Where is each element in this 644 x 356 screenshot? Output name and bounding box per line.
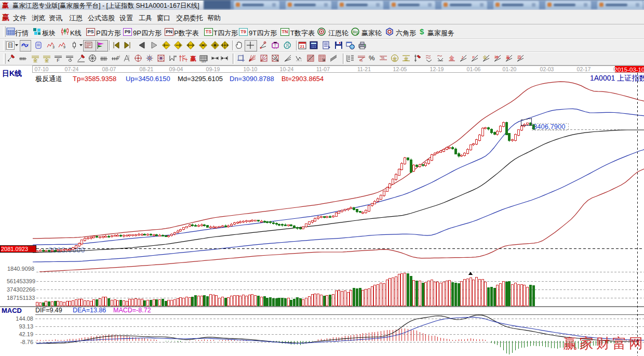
- svg-text:93.13: 93.13: [19, 323, 33, 329]
- svg-text:DEA=13.86: DEA=13.86: [73, 307, 106, 314]
- svg-text:F: F: [473, 55, 475, 60]
- svg-text:Tp=3585.9358: Tp=3585.9358: [73, 75, 116, 83]
- svg-text:12-05: 12-05: [393, 66, 407, 72]
- svg-text:561453399: 561453399: [7, 278, 35, 284]
- svg-text:10-24: 10-24: [280, 66, 294, 72]
- svg-text:十: 十: [184, 58, 187, 62]
- svg-text:123: 123: [202, 60, 206, 63]
- svg-text:3406.7900: 3406.7900: [533, 123, 565, 130]
- svg-text:2015-03-10: 2015-03-10: [614, 67, 644, 73]
- svg-text:金: 金: [393, 56, 397, 61]
- svg-text:F: F: [57, 58, 60, 63]
- svg-text:四: 四: [517, 55, 521, 60]
- svg-text:07-24: 07-24: [65, 66, 79, 72]
- svg-text:日K线: 日K线: [2, 69, 22, 77]
- svg-text:12-19: 12-19: [430, 66, 444, 72]
- svg-text:01-20: 01-20: [503, 66, 517, 72]
- svg-text:J: J: [461, 55, 463, 60]
- svg-text:金: 金: [45, 58, 49, 63]
- svg-text:02-03: 02-03: [540, 66, 554, 72]
- svg-text:02-17: 02-17: [577, 66, 591, 72]
- svg-text:01-06: 01-06: [467, 66, 481, 72]
- svg-text:374302266: 374302266: [7, 286, 35, 293]
- svg-text:神: 神: [494, 55, 499, 60]
- svg-text:Md=3295.6105: Md=3295.6105: [178, 75, 223, 83]
- svg-text:金: 金: [449, 55, 454, 61]
- svg-text:21: 21: [300, 44, 305, 49]
- svg-text:3: 3: [52, 45, 55, 49]
- svg-text:MACD=-8.72: MACD=-8.72: [113, 307, 151, 314]
- svg-text:金: 金: [404, 56, 409, 61]
- svg-text:11-07: 11-07: [316, 66, 330, 72]
- svg-text:金: 金: [482, 55, 487, 60]
- svg-text:187151133: 187151133: [7, 295, 35, 301]
- svg-text:赢家财富网: 赢家财富网: [563, 336, 643, 351]
- svg-text:Up=3450.6150: Up=3450.6150: [126, 75, 170, 83]
- svg-text:%: %: [359, 59, 363, 62]
- svg-text:07-10: 07-10: [35, 66, 49, 72]
- svg-text:极反通道: 极反通道: [35, 75, 62, 83]
- svg-text:赢: 赢: [190, 55, 196, 62]
- svg-text:08-07: 08-07: [102, 66, 116, 72]
- svg-text:Bt=2903.8654: Bt=2903.8654: [281, 75, 324, 83]
- svg-text:MACD: MACD: [2, 307, 22, 314]
- svg-text:DIF=9.49: DIF=9.49: [35, 307, 62, 314]
- svg-text:-8.76: -8.76: [20, 339, 33, 345]
- svg-text:Dn=3090.8788: Dn=3090.8788: [230, 75, 274, 83]
- svg-text:T: T: [274, 44, 277, 47]
- svg-text:赢: 赢: [506, 55, 510, 60]
- svg-text:1A0001 上证指数: 1A0001 上证指数: [590, 74, 644, 82]
- svg-text:2081.0923: 2081.0923: [1, 246, 28, 252]
- svg-text:42.19: 42.19: [19, 331, 33, 337]
- svg-text:144.08: 144.08: [16, 315, 33, 322]
- svg-text:10-10: 10-10: [244, 66, 258, 72]
- svg-text:9: 9: [63, 45, 65, 49]
- svg-text:08-21: 08-21: [140, 66, 154, 72]
- svg-text:金: 金: [33, 58, 38, 63]
- svg-text:%: %: [381, 56, 384, 60]
- svg-text:1840.9098: 1840.9098: [7, 266, 34, 272]
- svg-text:11-21: 11-21: [357, 66, 371, 72]
- svg-text:09-04: 09-04: [169, 66, 183, 72]
- svg-text:Big: Big: [353, 30, 358, 34]
- svg-text:09-19: 09-19: [206, 66, 220, 72]
- svg-text:n²: n²: [117, 55, 120, 59]
